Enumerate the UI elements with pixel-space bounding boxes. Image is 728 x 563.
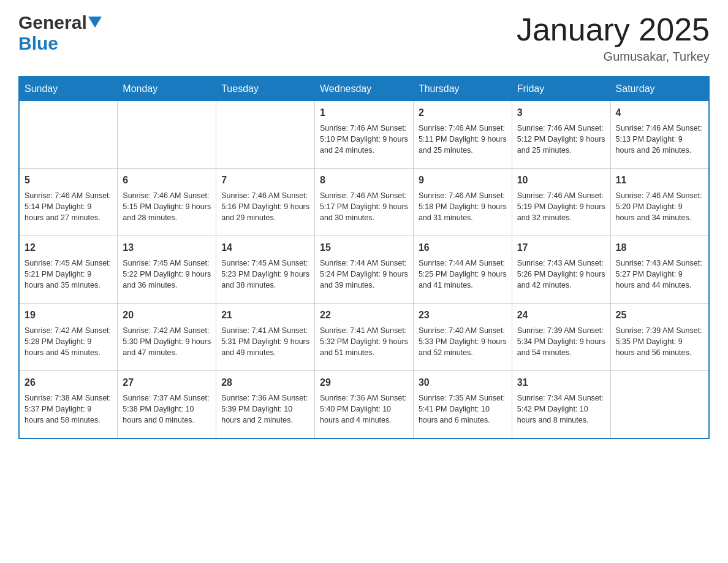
day-number: 13 — [123, 241, 211, 255]
day-info: Sunrise: 7:46 AM Sunset: 5:14 PM Dayligh… — [25, 190, 112, 223]
day-info: Sunrise: 7:35 AM Sunset: 5:41 PM Dayligh… — [419, 393, 507, 426]
calendar-day-cell: 8Sunrise: 7:46 AM Sunset: 5:17 PM Daylig… — [315, 169, 414, 236]
day-number: 9 — [419, 174, 507, 187]
calendar-week-row: 12Sunrise: 7:45 AM Sunset: 5:21 PM Dayli… — [19, 236, 709, 304]
calendar-week-row: 19Sunrise: 7:42 AM Sunset: 5:28 PM Dayli… — [19, 304, 709, 371]
calendar-day-cell: 23Sunrise: 7:40 AM Sunset: 5:33 PM Dayli… — [413, 304, 512, 371]
calendar-day-cell: 6Sunrise: 7:46 AM Sunset: 5:15 PM Daylig… — [118, 169, 216, 236]
day-info: Sunrise: 7:44 AM Sunset: 5:25 PM Dayligh… — [419, 258, 507, 291]
day-info: Sunrise: 7:38 AM Sunset: 5:37 PM Dayligh… — [25, 393, 112, 426]
day-info: Sunrise: 7:36 AM Sunset: 5:40 PM Dayligh… — [320, 393, 408, 426]
day-info: Sunrise: 7:46 AM Sunset: 5:10 PM Dayligh… — [320, 123, 408, 156]
calendar-header-row: SundayMondayTuesdayWednesdayThursdayFrid… — [19, 77, 709, 101]
day-info: Sunrise: 7:36 AM Sunset: 5:39 PM Dayligh… — [221, 393, 309, 426]
day-number: 3 — [517, 106, 605, 120]
calendar-day-cell — [19, 101, 118, 169]
calendar-week-row: 5Sunrise: 7:46 AM Sunset: 5:14 PM Daylig… — [19, 169, 709, 236]
calendar-day-cell: 9Sunrise: 7:46 AM Sunset: 5:18 PM Daylig… — [413, 169, 512, 236]
day-info: Sunrise: 7:46 AM Sunset: 5:19 PM Dayligh… — [517, 190, 605, 223]
day-number: 12 — [25, 241, 112, 255]
day-number: 28 — [221, 376, 309, 389]
calendar-day-cell: 15Sunrise: 7:44 AM Sunset: 5:24 PM Dayli… — [315, 236, 414, 304]
calendar-day-cell: 19Sunrise: 7:42 AM Sunset: 5:28 PM Dayli… — [19, 304, 118, 371]
day-info: Sunrise: 7:46 AM Sunset: 5:12 PM Dayligh… — [517, 123, 605, 156]
day-info: Sunrise: 7:42 AM Sunset: 5:30 PM Dayligh… — [123, 325, 211, 358]
calendar-day-cell: 22Sunrise: 7:41 AM Sunset: 5:32 PM Dayli… — [315, 304, 414, 371]
column-header-monday: Monday — [118, 77, 216, 101]
day-info: Sunrise: 7:44 AM Sunset: 5:24 PM Dayligh… — [320, 258, 408, 291]
day-info: Sunrise: 7:43 AM Sunset: 5:27 PM Dayligh… — [616, 258, 703, 291]
day-number: 25 — [616, 308, 703, 322]
calendar-day-cell: 26Sunrise: 7:38 AM Sunset: 5:37 PM Dayli… — [19, 371, 118, 439]
day-number: 30 — [419, 376, 507, 389]
day-info: Sunrise: 7:41 AM Sunset: 5:31 PM Dayligh… — [221, 325, 309, 358]
calendar-day-cell — [118, 101, 216, 169]
column-header-tuesday: Tuesday — [216, 77, 315, 101]
day-number: 18 — [616, 241, 703, 255]
calendar-day-cell: 31Sunrise: 7:34 AM Sunset: 5:42 PM Dayli… — [512, 371, 610, 439]
calendar-day-cell: 20Sunrise: 7:42 AM Sunset: 5:30 PM Dayli… — [118, 304, 216, 371]
day-number: 23 — [419, 308, 507, 322]
day-info: Sunrise: 7:39 AM Sunset: 5:34 PM Dayligh… — [517, 325, 605, 358]
calendar-day-cell: 21Sunrise: 7:41 AM Sunset: 5:31 PM Dayli… — [216, 304, 315, 371]
day-info: Sunrise: 7:46 AM Sunset: 5:20 PM Dayligh… — [616, 190, 703, 223]
day-info: Sunrise: 7:45 AM Sunset: 5:23 PM Dayligh… — [221, 258, 309, 291]
calendar-day-cell: 24Sunrise: 7:39 AM Sunset: 5:34 PM Dayli… — [512, 304, 610, 371]
logo-general-text: General — [18, 12, 87, 33]
calendar-day-cell: 18Sunrise: 7:43 AM Sunset: 5:27 PM Dayli… — [610, 236, 709, 304]
calendar-week-row: 1Sunrise: 7:46 AM Sunset: 5:10 PM Daylig… — [19, 101, 709, 169]
svg-marker-0 — [88, 17, 102, 28]
day-number: 14 — [221, 241, 309, 255]
day-number: 27 — [123, 376, 211, 389]
day-number: 20 — [123, 308, 211, 322]
day-info: Sunrise: 7:46 AM Sunset: 5:18 PM Dayligh… — [419, 190, 507, 223]
day-number: 8 — [320, 174, 408, 187]
day-info: Sunrise: 7:37 AM Sunset: 5:38 PM Dayligh… — [123, 393, 211, 426]
day-number: 24 — [517, 308, 605, 322]
day-number: 6 — [123, 174, 211, 187]
day-number: 19 — [25, 308, 112, 322]
logo-triangle-icon — [88, 17, 102, 30]
column-header-thursday: Thursday — [413, 77, 512, 101]
calendar-day-cell: 4Sunrise: 7:46 AM Sunset: 5:13 PM Daylig… — [610, 101, 709, 169]
day-info: Sunrise: 7:45 AM Sunset: 5:22 PM Dayligh… — [123, 258, 211, 291]
calendar-day-cell — [216, 101, 315, 169]
page-header: General Blue January 2025 Gumusakar, Tur… — [18, 12, 710, 64]
calendar-day-cell: 30Sunrise: 7:35 AM Sunset: 5:41 PM Dayli… — [413, 371, 512, 439]
calendar-day-cell: 10Sunrise: 7:46 AM Sunset: 5:19 PM Dayli… — [512, 169, 610, 236]
calendar-day-cell: 7Sunrise: 7:46 AM Sunset: 5:16 PM Daylig… — [216, 169, 315, 236]
day-info: Sunrise: 7:46 AM Sunset: 5:15 PM Dayligh… — [123, 190, 211, 223]
calendar-title: January 2025 — [517, 12, 710, 47]
day-info: Sunrise: 7:42 AM Sunset: 5:28 PM Dayligh… — [25, 325, 112, 358]
day-number: 31 — [517, 376, 605, 389]
day-number: 17 — [517, 241, 605, 255]
calendar-day-cell: 1Sunrise: 7:46 AM Sunset: 5:10 PM Daylig… — [315, 101, 414, 169]
day-number: 21 — [221, 308, 309, 322]
calendar-table: SundayMondayTuesdayWednesdayThursdayFrid… — [18, 76, 710, 439]
day-info: Sunrise: 7:43 AM Sunset: 5:26 PM Dayligh… — [517, 258, 605, 291]
day-number: 4 — [616, 106, 703, 120]
calendar-day-cell: 12Sunrise: 7:45 AM Sunset: 5:21 PM Dayli… — [19, 236, 118, 304]
calendar-day-cell: 28Sunrise: 7:36 AM Sunset: 5:39 PM Dayli… — [216, 371, 315, 439]
calendar-day-cell — [610, 371, 709, 439]
logo: General Blue — [18, 12, 102, 54]
calendar-day-cell: 25Sunrise: 7:39 AM Sunset: 5:35 PM Dayli… — [610, 304, 709, 371]
calendar-day-cell: 3Sunrise: 7:46 AM Sunset: 5:12 PM Daylig… — [512, 101, 610, 169]
day-info: Sunrise: 7:41 AM Sunset: 5:32 PM Dayligh… — [320, 325, 408, 358]
calendar-day-cell: 14Sunrise: 7:45 AM Sunset: 5:23 PM Dayli… — [216, 236, 315, 304]
day-info: Sunrise: 7:45 AM Sunset: 5:21 PM Dayligh… — [25, 258, 112, 291]
calendar-day-cell: 16Sunrise: 7:44 AM Sunset: 5:25 PM Dayli… — [413, 236, 512, 304]
calendar-subtitle: Gumusakar, Turkey — [517, 50, 710, 64]
day-number: 11 — [616, 174, 703, 187]
day-info: Sunrise: 7:39 AM Sunset: 5:35 PM Dayligh… — [616, 325, 703, 358]
day-number: 5 — [25, 174, 112, 187]
column-header-wednesday: Wednesday — [315, 77, 414, 101]
day-number: 22 — [320, 308, 408, 322]
calendar-day-cell: 27Sunrise: 7:37 AM Sunset: 5:38 PM Dayli… — [118, 371, 216, 439]
logo-blue-text: Blue — [18, 33, 58, 54]
day-info: Sunrise: 7:46 AM Sunset: 5:16 PM Dayligh… — [221, 190, 309, 223]
calendar-day-cell: 13Sunrise: 7:45 AM Sunset: 5:22 PM Dayli… — [118, 236, 216, 304]
day-info: Sunrise: 7:40 AM Sunset: 5:33 PM Dayligh… — [419, 325, 507, 358]
column-header-saturday: Saturday — [610, 77, 709, 101]
day-number: 26 — [25, 376, 112, 389]
